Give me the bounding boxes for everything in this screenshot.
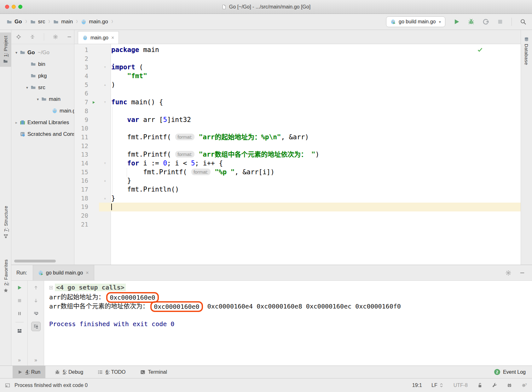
fold-marker-icon[interactable]: ▿ [99,98,111,107]
run-settings-gear-icon[interactable] [506,270,511,276]
code-line[interactable]: 8 [74,107,521,116]
tree-item-scratches-and-consoles[interactable]: Scratches and Consoles [11,128,74,140]
code-line[interactable]: 10 [74,124,521,133]
toolwindow-button-terminal[interactable]: Terminal [135,366,172,378]
line-number[interactable]: 14 [74,159,88,168]
code-line[interactable]: 18▵} [74,194,521,203]
code-line[interactable]: 1package main [74,46,521,55]
stop-button[interactable] [497,19,503,25]
line-number[interactable]: 10 [74,124,88,133]
code-line[interactable]: 3▿import ( [74,63,521,72]
tab-main-go[interactable]: main.go × [78,31,119,44]
code-line[interactable]: 20 [74,211,521,220]
tree-arrow-icon[interactable]: ▾ [35,97,41,101]
line-number[interactable]: 12 [74,142,88,151]
horizontal-scrollbar[interactable] [14,260,56,262]
gear-icon[interactable] [53,34,58,39]
code-line[interactable]: 15 fmt.Printf( format: "%p ", &arr[i]) [74,168,521,177]
rerun-button[interactable] [17,285,22,290]
gear-help-icon[interactable]: ? [522,383,527,388]
line-number[interactable]: 16 [74,176,88,185]
line-number[interactable]: 13 [74,150,88,159]
tree-arrow-icon[interactable]: ▾ [13,50,20,55]
fold-marker-icon[interactable]: ▵ [99,194,111,203]
code-line[interactable]: 6 [74,89,521,98]
hide-panel-button[interactable] [67,34,72,39]
locate-file-button[interactable] [16,34,21,39]
line-ending-select[interactable]: LF [431,383,444,388]
robot-icon[interactable] [507,383,512,388]
run-configuration-select[interactable]: go build main.go ▾ [386,16,445,27]
close-icon[interactable]: × [86,270,89,276]
collapse-all-button[interactable] [30,34,35,39]
code-line[interactable]: 13 fmt.Printf( format: "arr数组中各个元素的地址依次为… [74,150,521,159]
tool-button-structure[interactable]: 7: Structure [0,203,11,242]
code-line[interactable]: 12 [74,142,521,151]
line-number[interactable]: 9 [74,116,88,124]
soft-wrap-button[interactable] [33,311,38,316]
tool-button-project[interactable]: 1: Project [0,32,11,67]
hide-run-panel-button[interactable] [519,270,525,276]
tree-item-external-libraries[interactable]: ▸External Libraries [11,117,74,128]
code-line[interactable]: 17 fmt.Println() [74,185,521,194]
code-line[interactable]: 16▵ } [74,176,521,185]
caret-position[interactable]: 19:1 [412,383,422,388]
line-number[interactable]: 15 [74,168,88,177]
restore-layout-button[interactable] [17,328,22,333]
fold-marker-icon[interactable]: ▵ [99,81,111,89]
more-actions-button[interactable]: » [34,357,37,363]
console-output[interactable]: <4 go setup calls>arr的起始地址为：0xc0000160e0… [44,281,532,366]
toolwindow-button-6-todo[interactable]: 6: TODO [93,366,130,378]
wrench-icon[interactable] [492,383,497,388]
fold-marker-icon[interactable]: ▵ [99,176,111,185]
run-button[interactable] [454,19,460,25]
scroll-to-end-button[interactable] [31,322,41,331]
toolwindow-button-5-debug[interactable]: 5: Debug [50,366,88,378]
tool-button-database[interactable]: Database [521,34,532,68]
code-line[interactable]: 19 [74,203,521,211]
line-number[interactable]: 19 [74,203,88,211]
fold-marker-icon[interactable]: ▿ [99,159,111,168]
breadcrumb-item-main-go[interactable]: main.go [80,19,109,25]
fold-marker-icon[interactable]: ▿ [99,63,111,72]
code-line[interactable]: 11 fmt.Printf( format: "arr的起始地址为：%p\n",… [74,133,521,142]
stop-process-button[interactable] [17,298,22,303]
code-editor[interactable]: 1package main23▿import (4 "fmt"5▵)67▿fun… [74,44,521,265]
code-line[interactable]: 21 [74,220,521,229]
code-line[interactable]: 9 var arr [5]int32 [74,116,521,124]
breadcrumb-item-go[interactable]: Go [6,19,23,25]
prev-occurrence-button[interactable] [33,285,38,290]
encoding-label[interactable]: UTF-8 [454,383,468,388]
tree-item-go[interactable]: ▾Go~/Go [11,47,74,58]
breadcrumb-item-src[interactable]: src [29,19,46,25]
tree-item-pkg[interactable]: pkg [11,70,74,82]
tree-arrow-icon[interactable]: ▸ [13,120,20,125]
line-number[interactable]: 18 [74,194,88,203]
debug-button[interactable] [468,19,474,25]
more-actions-button[interactable]: » [18,357,21,363]
tool-button-favorites[interactable]: 2: Favorites [0,256,11,296]
line-number[interactable]: 21 [74,220,88,229]
code-line[interactable]: 14▿ for i := 0; i < 5; i++ { [74,159,521,168]
line-number[interactable]: 3 [74,63,88,72]
line-number[interactable]: 6 [74,89,88,98]
run-tab[interactable]: go build main.go × [33,265,94,280]
close-icon[interactable]: × [111,35,114,41]
line-number[interactable]: 17 [74,185,88,194]
toolwindow-button-4-run[interactable]: 4: Run [13,366,45,378]
line-number[interactable]: 4 [74,72,88,81]
inspections-ok-icon[interactable] [477,47,483,53]
line-number[interactable]: 2 [74,55,88,63]
code-line[interactable]: 4 "fmt" [74,72,521,81]
breadcrumb-item-main[interactable]: main [52,19,74,25]
expand-icon[interactable] [49,286,53,290]
pause-output-button[interactable] [17,311,22,316]
run-line-icon[interactable] [88,98,99,107]
tree-arrow-icon[interactable]: ▾ [24,85,30,90]
tree-item-src[interactable]: ▾src [11,82,74,93]
toolwindow-toggle-icon[interactable] [5,383,10,388]
event-log-button[interactable]: 2 Event Log [494,369,526,375]
line-number[interactable]: 11 [74,133,88,142]
code-line[interactable]: 5▵) [74,81,521,89]
tree-item-bin[interactable]: bin [11,58,74,70]
